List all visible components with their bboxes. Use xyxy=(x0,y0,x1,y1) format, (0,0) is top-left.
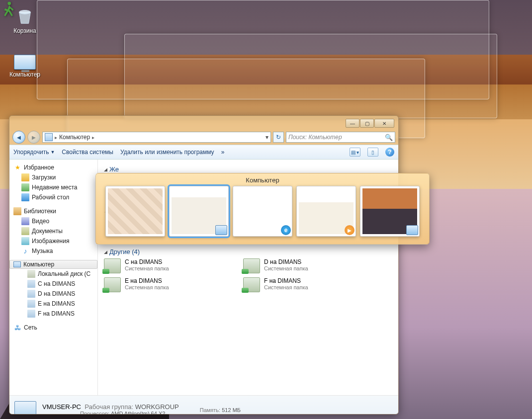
chevron-right-icon: ▸ xyxy=(92,135,94,140)
recycle-bin-icon xyxy=(15,6,35,26)
breadcrumb-item[interactable]: Компьютер xyxy=(59,134,90,141)
workgroup-label: Рабочая группа: xyxy=(85,403,133,411)
view-options-button[interactable]: ▤ ▾ xyxy=(350,148,360,157)
close-button[interactable]: ✕ xyxy=(374,119,394,128)
cpu-value: AMD Athlon(tm) 64 X2 ... xyxy=(111,411,172,415)
toolbar-uninstall-program[interactable]: Удалить или изменить программу xyxy=(120,149,214,156)
nav-pane: ★Избранное Загрузки Недавние места Рабоч… xyxy=(9,160,98,395)
drive-type: Системная папка xyxy=(264,284,308,290)
explorer-icon xyxy=(406,225,418,235)
window-thumbnail[interactable] xyxy=(296,186,356,237)
address-bar[interactable]: ▸ Компьютер ▸ ▾ xyxy=(42,132,271,143)
nav-forward-button[interactable]: ► xyxy=(27,131,40,144)
taskbar-thumbnail-popup: Компьютер xyxy=(95,173,430,245)
nav-downloads[interactable]: Загрузки xyxy=(9,172,97,182)
nav-favorites-header[interactable]: ★Избранное xyxy=(9,163,97,172)
disclosure-triangle-icon: ◢ xyxy=(104,250,107,254)
toolbar-more[interactable]: » xyxy=(221,149,225,156)
minimize-button[interactable]: — xyxy=(346,119,359,128)
toolbar: Упорядочить ▼ Свойства системы Удалить и… xyxy=(9,145,398,160)
desktop-icon-running-figure[interactable] xyxy=(0,0,18,18)
window-thumbnail[interactable] xyxy=(233,186,292,237)
memory-value: 512 МБ xyxy=(222,407,241,413)
preview-pane-button[interactable]: ▯ xyxy=(367,148,378,157)
desktop-icon xyxy=(21,193,29,201)
nav-back-button[interactable]: ◄ xyxy=(12,131,25,144)
network-drive-icon xyxy=(27,310,35,318)
window-thumbnail[interactable] xyxy=(105,186,165,237)
nav-network-header[interactable]: 🖧Сеть xyxy=(9,323,97,333)
drive-name: C на DIMANS xyxy=(125,258,169,265)
network-icon: 🖧 xyxy=(13,324,21,332)
nav-music[interactable]: ♪Музыка xyxy=(9,246,97,256)
computer-icon xyxy=(13,261,21,267)
images-icon xyxy=(21,237,29,245)
refresh-button[interactable]: ↻ xyxy=(273,132,284,143)
help-button[interactable]: ? xyxy=(385,148,394,157)
ie-icon xyxy=(281,225,291,235)
network-folder-icon xyxy=(104,277,121,292)
recent-icon xyxy=(21,183,29,191)
chevron-right-icon: ▸ xyxy=(55,135,57,140)
drive-item[interactable]: E на DIMANSСистемная папка xyxy=(104,277,228,292)
nav-videos[interactable]: Видео xyxy=(9,216,97,226)
drive-icon xyxy=(27,270,35,278)
library-icon xyxy=(13,207,21,215)
star-icon: ★ xyxy=(13,164,21,171)
drive-name: E на DIMANS xyxy=(125,277,169,284)
drive-type: Системная папка xyxy=(125,265,169,271)
titlebar[interactable]: — ▢ ✕ xyxy=(9,116,398,130)
nav-documents[interactable]: Документы xyxy=(9,226,97,236)
search-icon[interactable]: 🔍 xyxy=(385,134,393,141)
nav-d-dimans[interactable]: D на DIMANS xyxy=(9,289,97,299)
memory-label: Память: xyxy=(200,407,220,413)
media-player-icon xyxy=(345,225,355,235)
nav-computer-header[interactable]: Компьютер xyxy=(9,260,97,269)
nav-pictures[interactable]: Изображения xyxy=(9,236,97,246)
nav-libraries-header[interactable]: Библиотеки xyxy=(9,206,97,216)
drive-name: D на DIMANS xyxy=(264,258,308,265)
group-other[interactable]: ◢Другие (4) xyxy=(104,248,392,255)
network-folder-icon xyxy=(243,277,260,292)
nav-e-dimans[interactable]: E на DIMANS xyxy=(9,299,97,309)
music-icon: ♪ xyxy=(21,247,29,255)
workgroup-value: WORKGROUP xyxy=(135,403,179,411)
network-drive-icon xyxy=(27,290,35,298)
document-icon xyxy=(21,227,29,235)
network-drive-icon xyxy=(27,300,35,308)
network-folder-icon xyxy=(104,258,121,273)
drive-type: Системная папка xyxy=(264,265,308,271)
network-drive-icon xyxy=(27,280,35,288)
explorer-icon xyxy=(215,225,227,235)
computer-name: VMUSER-PC xyxy=(42,403,81,411)
computer-icon xyxy=(14,401,36,415)
computer-icon xyxy=(45,133,53,141)
drive-name: F на DIMANS xyxy=(264,277,308,284)
disclosure-triangle-icon: ◢ xyxy=(104,167,107,172)
nav-local-disk-c[interactable]: Локальный диск (C xyxy=(9,269,97,279)
toolbar-organize[interactable]: Упорядочить ▼ xyxy=(13,149,55,156)
drive-item[interactable]: C на DIMANSСистемная папка xyxy=(104,258,228,273)
details-pane: VMUSER-PC Рабочая группа: WORKGROUP Проц… xyxy=(9,395,398,415)
nav-f-dimans[interactable]: F на DIMANS xyxy=(9,309,97,319)
search-placeholder: Поиск: Компьютер xyxy=(288,134,342,141)
cpu-label: Процессор: xyxy=(80,411,109,415)
nav-recent[interactable]: Недавние места xyxy=(9,182,97,192)
search-input[interactable]: Поиск: Компьютер 🔍 xyxy=(286,132,395,143)
video-icon xyxy=(21,217,29,225)
window-thumbnail[interactable] xyxy=(169,186,229,237)
toolbar-system-properties[interactable]: Свойства системы xyxy=(62,149,113,156)
nav-c-dimans[interactable]: C на DIMANS xyxy=(9,279,97,289)
group-hard-drives[interactable]: ◢Же xyxy=(104,166,392,173)
nav-desktop[interactable]: Рабочий стол xyxy=(9,192,97,202)
network-folder-icon xyxy=(243,258,260,273)
dropdown-icon[interactable]: ▾ xyxy=(266,134,268,141)
maximize-button[interactable]: ▢ xyxy=(360,119,374,128)
chevron-down-icon: ▼ xyxy=(50,150,55,155)
computer-icon xyxy=(14,55,36,70)
window-thumbnail[interactable] xyxy=(360,186,420,237)
explorer-window: — ▢ ✕ ◄ ► ▸ Компьютер ▸ ▾ ↻ Поиск: Компь… xyxy=(9,115,399,415)
drive-item[interactable]: D на DIMANSСистемная папка xyxy=(243,258,367,273)
drive-item[interactable]: F на DIMANSСистемная папка xyxy=(243,277,367,292)
svg-point-0 xyxy=(19,10,31,14)
